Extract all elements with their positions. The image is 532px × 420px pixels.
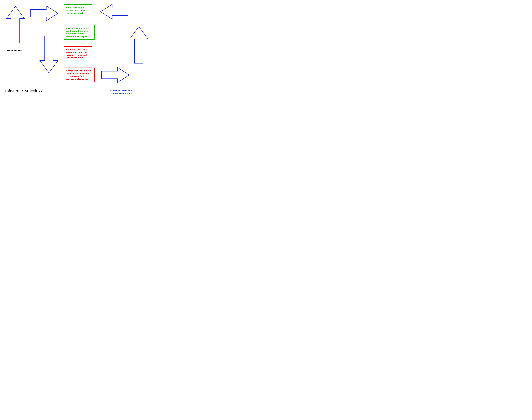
source-label-text: InstrumentationTools.com [4, 88, 46, 92]
svg-marker-4 [102, 68, 129, 82]
svg-marker-1 [30, 6, 58, 21]
step-1-box: 1. Run the motor in forward direction ti… [64, 4, 92, 16]
step-4-text: 4. Once limit switch is cut, continue wi… [66, 70, 91, 80]
instruction-text-content: Wait for 5 seconds and continue with the… [110, 90, 133, 95]
step-2-box: 2. Once limit switch is cut, continuw wi… [64, 25, 95, 40]
label-system-running-text: System Running [6, 49, 22, 51]
arrow-down-middle [39, 35, 59, 73]
svg-marker-5 [130, 27, 148, 63]
step-2-text: 2. Once limit switch is cut, continuw wi… [66, 27, 91, 38]
source-label: InstrumentationTools.com [4, 88, 46, 92]
arrow-up-right [129, 26, 148, 64]
instruction-text: Wait for 5 seconds and continue with the… [110, 89, 138, 95]
step-1-text: 1. Run the motor in forward direction ti… [66, 6, 85, 14]
diagram-canvas: System Running 1. Run the motor in forwa… [0, 0, 154, 99]
arrow-right-top [30, 5, 59, 21]
svg-marker-2 [101, 4, 128, 19]
step-3-text: 3. After that, wait for 5 seconds and st… [66, 48, 87, 59]
step-4-box: 4. Once limit switch is cut, continue wi… [64, 68, 95, 82]
arrow-up-left [6, 6, 25, 44]
svg-marker-3 [40, 36, 58, 73]
arrow-left-top-right [100, 4, 129, 20]
arrow-right-bottom [101, 67, 130, 83]
svg-marker-0 [6, 6, 24, 43]
step-3-box: 3. After that, wait for 5 seconds and st… [64, 46, 92, 61]
label-system-running: System Running [5, 48, 27, 53]
